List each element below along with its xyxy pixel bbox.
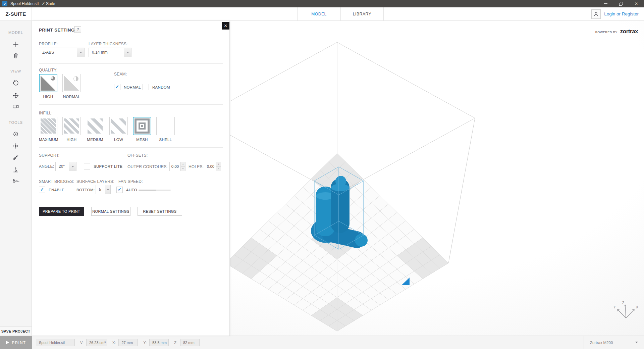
infill-high-thumbnail[interactable] [62, 117, 81, 135]
profile-value: Z-ABS [39, 48, 77, 57]
seam-random-checkbox[interactable] [143, 84, 149, 90]
infill-mesh-thumbnail[interactable] [133, 117, 151, 135]
smart-bridges-enable-checkbox[interactable]: ✓ [39, 187, 45, 193]
surface-bottom-dropdown[interactable]: 5 [96, 185, 111, 194]
holes-label: HOLES: [189, 164, 204, 169]
chevron-down-icon[interactable] [69, 162, 76, 171]
layer-thickness-dropdown[interactable]: 0.14 mm [89, 48, 131, 57]
decrement-button[interactable]: − [216, 167, 221, 171]
axis-z-label: Z [622, 301, 624, 305]
filename-field[interactable]: Spool Holder.stl [36, 339, 75, 346]
scale-object-button[interactable] [10, 152, 21, 162]
decrement-button[interactable]: − [181, 167, 185, 171]
increment-button[interactable]: + [181, 162, 185, 167]
quality-option-normal[interactable]: NORMAL [62, 74, 81, 99]
quality-high-icon [41, 76, 56, 91]
close-window-button[interactable]: ✕ [629, 0, 644, 7]
divider [39, 104, 223, 105]
axis-indicator: Y X Z [613, 301, 638, 318]
divider [39, 63, 223, 64]
infill-mesh-icon [135, 118, 150, 134]
support-angle-value: 20° [56, 162, 69, 171]
chevron-down-icon[interactable] [105, 185, 110, 194]
z-label: Z: [174, 341, 177, 345]
pan-view-icon [12, 92, 19, 99]
infill-option-high[interactable]: HIGH [62, 117, 81, 142]
help-button[interactable]: ? [74, 26, 81, 33]
quality-normal-thumbnail[interactable] [62, 74, 81, 92]
volume-label: V: [80, 341, 84, 345]
move-object-button[interactable] [10, 141, 21, 151]
add-model-icon [12, 41, 19, 48]
prepare-to-print-button[interactable]: PREPARE TO PRINT [39, 207, 84, 216]
x-label: X: [112, 341, 116, 345]
printer-selector[interactable]: Zortrax M200 [584, 336, 644, 349]
login-register-link[interactable]: Login or Register [604, 11, 639, 16]
outer-contours-value: 0.00 [170, 162, 180, 171]
infill-high-icon [64, 118, 79, 134]
infill-shell-thumbnail[interactable] [156, 117, 175, 135]
axis-y-label: Y [613, 305, 616, 309]
main-area: Y X Z POWERED BY zortrax MODEL VIEW [0, 21, 644, 336]
infill-option-medium[interactable]: MEDIUM [86, 117, 104, 142]
infill-option-maximum[interactable]: MAXIMUM [39, 117, 57, 142]
fan-auto-checkbox[interactable]: ✓ [116, 187, 123, 193]
save-project-button[interactable]: SAVE PROJECT [0, 326, 32, 336]
print-button[interactable]: PRINT [0, 336, 32, 349]
rotate-object-button[interactable] [10, 129, 21, 139]
account-button[interactable] [591, 9, 601, 19]
metric-x: X: 27 mm [112, 339, 138, 346]
camera-view-button[interactable] [10, 101, 21, 111]
surface-layers-label: SURFACE LAYERS: [76, 179, 114, 184]
y-label: Y: [143, 341, 147, 345]
infill-option-low[interactable]: LOW [109, 117, 128, 142]
support-angle-dropdown[interactable]: 20° [55, 162, 76, 171]
holes-field[interactable]: 0.00 + − [205, 162, 221, 171]
restore-button[interactable] [613, 0, 629, 7]
split-object-button[interactable] [10, 176, 21, 186]
infill-maximum-thumbnail[interactable] [39, 117, 57, 135]
drop-object-button[interactable] [10, 165, 21, 175]
volume-value: 26.23 cm³ [86, 339, 107, 346]
outer-contours-field[interactable]: 0.00 + − [169, 162, 185, 171]
minimize-icon [604, 3, 607, 4]
add-model-button[interactable] [10, 39, 21, 49]
rotate-view-icon [12, 79, 19, 87]
support-lite-checkbox[interactable] [84, 163, 90, 169]
infill-low-thumbnail[interactable] [109, 117, 128, 135]
smart-bridges-label: SMART BRIDGES: [39, 179, 74, 184]
rotate-view-button[interactable] [10, 78, 21, 88]
surface-bottom-value: 5 [96, 185, 105, 194]
pan-view-button[interactable] [10, 91, 21, 101]
zsuite-logo: Z-SUITE [0, 7, 32, 20]
main-tabs: MODEL LIBRARY [297, 7, 384, 20]
infill-low-icon [111, 118, 126, 134]
app-icon: z [2, 1, 7, 6]
close-panel-button[interactable]: ✕ [222, 22, 229, 30]
reset-settings-button[interactable]: RESET SETTINGS [138, 207, 182, 216]
powered-by: POWERED BY zortrax [595, 28, 638, 35]
increment-button[interactable]: + [216, 162, 221, 167]
infill-option-mesh[interactable]: MESH [133, 117, 151, 142]
infill-option-shell[interactable]: SHELL [156, 117, 175, 142]
statusbar: PRINT Spool Holder.stl V: 26.23 cm³ X: 2… [0, 336, 644, 349]
print-button-label: PRINT [12, 341, 26, 345]
quality-option-high[interactable]: HIGH [39, 74, 57, 99]
quality-high-thumbnail[interactable] [39, 74, 57, 92]
profile-dropdown[interactable]: Z-ABS [39, 48, 85, 57]
seam-label: SEAM: [114, 72, 127, 77]
infill-medium-thumbnail[interactable] [86, 117, 104, 135]
delete-model-button[interactable] [10, 51, 21, 61]
seam-normal-checkbox[interactable]: ✓ [114, 84, 120, 90]
printer-name: Zortrax M200 [590, 341, 635, 345]
fan-speed-slider[interactable] [139, 190, 171, 191]
chevron-down-icon[interactable] [124, 48, 131, 57]
chevron-down-icon[interactable] [77, 48, 84, 57]
minimize-button[interactable] [598, 0, 613, 7]
tab-library[interactable]: LIBRARY [340, 7, 384, 20]
normal-settings-button[interactable]: NORMAL SETTINGS [91, 207, 130, 216]
surface-bottom-label: BOTTOM: [76, 188, 95, 192]
tab-model[interactable]: MODEL [297, 7, 340, 20]
divider [39, 174, 223, 174]
x-value: 27 mm [118, 339, 138, 346]
